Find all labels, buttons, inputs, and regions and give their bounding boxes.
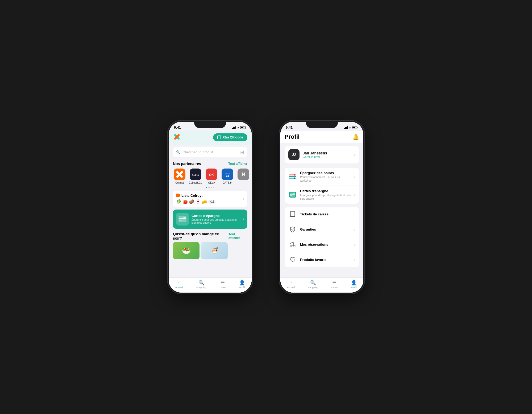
menu-tickets[interactable]: Tickets de caisse › [285, 207, 359, 222]
food-1: 🥬 [176, 199, 181, 204]
signal-bars [232, 126, 236, 129]
nav2-shopping[interactable]: 🔍 Shopping [305, 279, 321, 289]
partner-okay-logo: OK [206, 169, 217, 180]
partner-n-logo: N [238, 169, 249, 180]
notch-2 [306, 121, 338, 128]
profile-screen: Profil 🔔 JJ Jan Janssens Gérer le profil… [280, 131, 363, 293]
bottom-nav-2: ⌂ Accueil 🔍 Shopping ☰ Listes 👤 Profil [280, 277, 363, 293]
barcode-icon: ⊞ [240, 149, 244, 155]
partner-colruyt[interactable]: Colruyt [173, 169, 186, 184]
home-nav-icon-2: ⌂ [289, 280, 292, 285]
partners-header: Nos partenaires Tout afficher [169, 159, 252, 167]
nav2-lists[interactable]: ☰ Listes [329, 279, 340, 289]
nav2-profile[interactable]: 👤 Profil [348, 279, 359, 289]
profile-nav-icon-2: 👤 [351, 280, 357, 286]
savings-cards-title: Cartes d'epargne [300, 189, 351, 193]
svg-rect-12 [176, 194, 180, 197]
wifi-icon: ⌿ [237, 126, 239, 129]
signal-bars-2 [344, 126, 348, 129]
search-bar[interactable]: 🔍 Chercher un produit ⊞ [173, 147, 247, 157]
phone-profile: 9:41 ⌿ [279, 121, 364, 294]
savings-card[interactable]: Cartes d'épargne Épargnez pour des produ… [173, 210, 247, 229]
savings-cards-chevron: › [354, 192, 355, 197]
status-icons-2: ⌿ [344, 126, 358, 129]
earn-points-desc: Pour l'environnement. Ou pour un worksho… [300, 175, 351, 182]
earn-points-content: Épargnez des points Pour l'environnement… [300, 171, 351, 182]
tickets-content: Tickets de caisse [300, 212, 351, 216]
partner-colruyt-name: Colruyt [175, 181, 184, 184]
dinner-link[interactable]: Tout afficher [228, 232, 247, 240]
menu-favorites[interactable]: Produits favoris › [285, 252, 359, 267]
tickets-title: Tickets de caisse [300, 212, 351, 216]
savings-cards-icon [288, 190, 297, 199]
dinner-img-2: 🍜 [201, 242, 228, 259]
nav2-lists-label: Listes [331, 286, 338, 289]
partner-dats[interactable]: DATS 24 DATS24 [221, 169, 234, 184]
nav2-home[interactable]: ⌂ Accueil [284, 279, 297, 289]
savings-cards-content: Cartes d'epargne Épargnez pour des produ… [300, 189, 351, 200]
nav-home[interactable]: ⌂ Accueil [173, 279, 186, 289]
earn-points-icon [288, 172, 297, 181]
lists-nav-icon-2: ☰ [332, 280, 336, 286]
nav-profile[interactable]: 👤 Profil [236, 279, 248, 289]
phone-inner-2: 9:41 ⌿ [280, 122, 363, 293]
savings-card-text: Cartes d'épargne Épargnez pour des produ… [192, 214, 240, 224]
signal-bar-3 [234, 127, 235, 129]
home-header: Xtra QR-code [169, 131, 252, 145]
profile-header: Profil 🔔 [280, 131, 363, 143]
xtra-qr-button[interactable]: Xtra QR-code [213, 133, 247, 141]
user-avatar: JJ [288, 149, 300, 160]
partners-link[interactable]: Tout afficher [228, 162, 247, 166]
qr-icon [217, 136, 221, 139]
food-5: 🧀 [202, 199, 207, 204]
menu-savings-cards[interactable]: Cartes d'epargne Épargnez pour des produ… [285, 186, 359, 204]
phone-home: 9:41 ⌿ [168, 121, 253, 294]
notch [194, 121, 226, 128]
nav-shopping-label: Shopping [196, 286, 206, 289]
nav-shopping[interactable]: 🔍 Shopping [194, 279, 209, 289]
user-info: Jan Janssens Gérer le profil [303, 151, 351, 158]
search-icon: 🔍 [176, 150, 180, 154]
nav2-home-label: Accueil [287, 286, 295, 289]
menu-earn-points[interactable]: Épargnez des points Pour l'environnement… [285, 168, 359, 186]
scroll-dots [169, 186, 252, 190]
menu-reservations[interactable]: Mes réservations › [285, 237, 359, 252]
user-row[interactable]: JJ Jan Janssens Gérer le profil › [285, 146, 359, 163]
garanties-content: Garanties [300, 227, 351, 231]
partner-n[interactable]: N [237, 169, 250, 184]
partner-colruyt-logo [174, 169, 185, 180]
status-time-2: 9:41 [286, 125, 293, 129]
favorites-title: Produits favoris [300, 258, 351, 262]
list-title: Liste Colruyt [181, 194, 202, 198]
svg-point-17 [183, 217, 185, 218]
nav2-shopping-label: Shopping [308, 286, 318, 289]
signal-bar2-2 [345, 127, 346, 129]
phone-inner: 9:41 ⌿ [169, 122, 252, 293]
earn-points-chevron: › [354, 174, 355, 179]
tickets-icon [288, 210, 297, 219]
svg-point-22 [293, 193, 294, 194]
nav-lists-label: Listes [220, 286, 226, 289]
savings-cards-desc: Épargnez pour des produits gratuits et b… [300, 194, 351, 200]
signal-bar-2 [233, 127, 234, 129]
signal-bar-4 [235, 126, 236, 129]
home-screen: Xtra QR-code 🔍 Chercher un produit ⊞ Nos… [169, 131, 252, 293]
user-name: Jan Janssens [303, 151, 351, 155]
partner-collectgo-logo: C&G [190, 169, 201, 180]
food-extra: +12 [208, 200, 216, 204]
menu-group-1: Épargnez des points Pour l'environnement… [285, 168, 359, 204]
favorites-content: Produits favoris [300, 258, 351, 262]
earn-points-title: Épargnez des points [300, 171, 351, 175]
shopping-list-card[interactable]: Liste Colruyt 🥬 🍅 🥔 🍷 🧀 +12 › [173, 191, 247, 207]
partner-dats-name: DATS24 [222, 181, 232, 184]
bell-icon[interactable]: 🔔 [352, 134, 359, 140]
partner-okay[interactable]: OK OKay [205, 169, 218, 184]
nav-lists[interactable]: ☰ Listes [217, 279, 229, 289]
menu-group-2: Tickets de caisse › Gara [285, 207, 359, 267]
reservations-title: Mes réservations [300, 243, 351, 247]
menu-garanties[interactable]: Garanties › [285, 222, 359, 237]
savings-card-chevron: › [243, 217, 244, 222]
partner-collectgo[interactable]: C&G Collect&Go [189, 169, 202, 184]
reservations-chevron: › [354, 243, 355, 247]
partner-dats-logo: DATS 24 [222, 169, 233, 180]
